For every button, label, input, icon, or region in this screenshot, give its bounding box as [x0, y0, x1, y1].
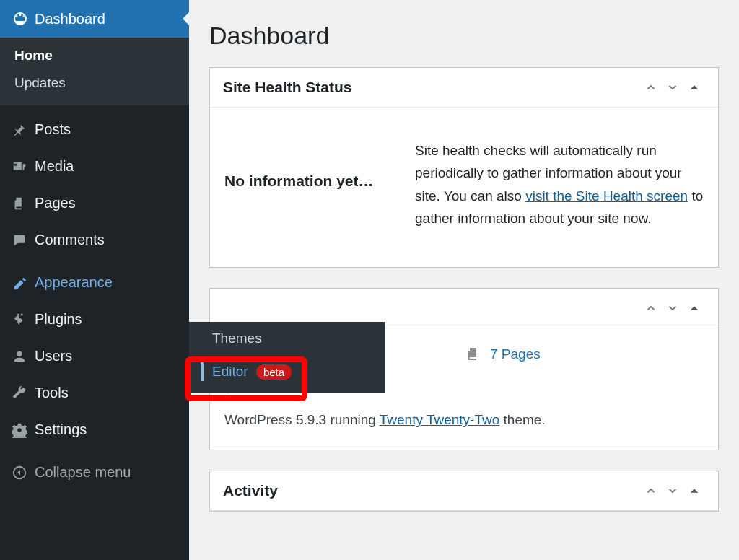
sidebar-item-settings[interactable]: Settings — [0, 411, 189, 448]
move-down-icon[interactable] — [662, 76, 683, 98]
site-health-noinfo: No information yet… — [224, 139, 398, 229]
dashboard-submenu: Home Updates — [0, 38, 189, 105]
menu-separator — [0, 448, 189, 454]
site-health-link[interactable]: visit the Site Health screen — [525, 188, 688, 204]
sidebar-label-pages: Pages — [35, 195, 178, 211]
sidebar-label-comments: Comments — [35, 232, 178, 248]
glance-footer-pre: WordPress 5.9.3 running — [224, 412, 380, 427]
tools-icon — [12, 385, 35, 401]
glance-footer-post: theme. — [499, 412, 545, 427]
appearance-icon — [12, 275, 35, 291]
flyout-item-themes[interactable]: Themes — [189, 322, 385, 355]
pages-count-icon — [464, 346, 481, 363]
sidebar-item-media[interactable]: Media — [0, 148, 189, 185]
toggle-panel-icon[interactable] — [683, 76, 705, 98]
site-health-desc: Site health checks will automatically ru… — [415, 139, 704, 229]
sidebar-item-comments[interactable]: Comments — [0, 222, 189, 258]
move-up-icon[interactable] — [640, 480, 662, 502]
move-down-icon[interactable] — [662, 480, 683, 502]
sidebar-item-posts[interactable]: Posts — [0, 111, 189, 148]
site-health-header: Site Health Status — [210, 68, 718, 108]
activity-header: Activity — [210, 471, 718, 511]
flyout-editor-label: Editor — [212, 364, 248, 379]
glance-theme-link[interactable]: Twenty Twenty-Two — [380, 412, 500, 427]
site-health-body: No information yet… Site health checks w… — [210, 108, 718, 267]
sidebar-label-media: Media — [35, 158, 178, 175]
activity-box: Activity — [209, 471, 719, 512]
sidebar-item-collapse[interactable]: Collapse menu — [0, 454, 189, 491]
sidebar-label-plugins: Plugins — [35, 311, 178, 328]
beta-badge: beta — [256, 364, 292, 380]
admin-sidebar: Dashboard Home Updates Posts Media Pages… — [0, 0, 189, 560]
users-icon — [12, 349, 35, 364]
collapse-icon — [12, 465, 35, 481]
sidebar-item-dashboard[interactable]: Dashboard — [0, 0, 189, 38]
at-a-glance-title — [223, 299, 640, 317]
menu-separator — [0, 105, 189, 111]
media-icon — [12, 159, 35, 175]
sidebar-label-dashboard: Dashboard — [35, 11, 178, 27]
toggle-panel-icon[interactable] — [683, 297, 705, 319]
move-up-icon[interactable] — [640, 76, 662, 98]
sidebar-item-users[interactable]: Users — [0, 338, 189, 375]
sidebar-item-pages[interactable]: Pages — [0, 185, 189, 222]
flyout-item-editor[interactable]: Editor beta — [189, 355, 385, 388]
sidebar-label-users: Users — [35, 348, 178, 364]
sidebar-item-appearance[interactable]: Appearance — [0, 264, 189, 301]
pin-icon — [12, 122, 35, 138]
site-health-box: Site Health Status No information yet… S… — [209, 67, 719, 268]
sidebar-item-tools[interactable]: Tools — [0, 375, 189, 411]
glance-footer: WordPress 5.9.3 running Twenty Twenty-Tw… — [224, 412, 704, 428]
settings-icon — [12, 422, 35, 438]
submenu-item-home[interactable]: Home — [0, 42, 189, 69]
submenu-item-updates[interactable]: Updates — [0, 69, 189, 97]
activity-title: Activity — [223, 482, 640, 499]
pages-icon — [12, 196, 35, 211]
plugins-icon — [12, 312, 35, 328]
main-content: Dashboard Site Health Status No informat… — [189, 0, 739, 560]
page-title: Dashboard — [209, 0, 719, 67]
glance-pages: 7 Pages — [464, 346, 704, 363]
appearance-flyout: Themes Editor beta — [189, 322, 385, 393]
toggle-panel-icon[interactable] — [683, 480, 705, 502]
move-up-icon[interactable] — [640, 297, 662, 319]
sidebar-label-tools: Tools — [35, 385, 178, 401]
dashboard-icon — [12, 10, 35, 27]
site-health-title: Site Health Status — [223, 79, 640, 96]
sidebar-label-collapse: Collapse menu — [35, 464, 178, 481]
glance-pages-link[interactable]: 7 Pages — [490, 346, 541, 362]
menu-separator — [0, 258, 189, 264]
sidebar-label-appearance: Appearance — [35, 274, 178, 291]
comments-icon — [12, 232, 35, 248]
sidebar-label-settings: Settings — [35, 421, 178, 438]
sidebar-item-plugins[interactable]: Plugins — [0, 301, 189, 338]
sidebar-label-posts: Posts — [35, 121, 178, 138]
move-down-icon[interactable] — [662, 297, 683, 319]
